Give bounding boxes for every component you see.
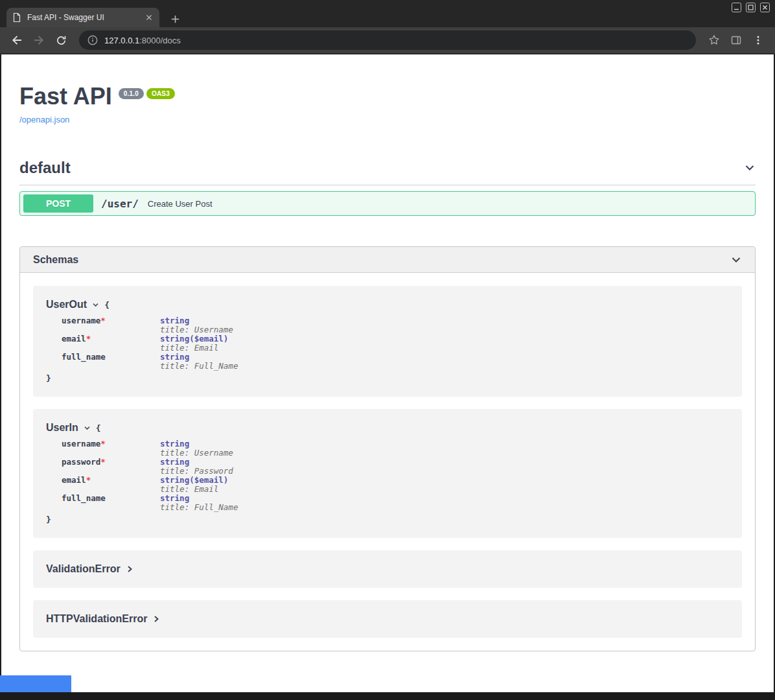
- open-brace: {: [104, 300, 110, 310]
- property-title: title: Full_Name: [160, 362, 238, 371]
- api-info-block: Fast API0.1.0OAS3 /openapi.json: [19, 83, 756, 125]
- chevron-right-icon: [152, 615, 160, 623]
- schemas-section: Schemas UserOut {: [19, 246, 756, 651]
- page-title: Fast API0.1.0OAS3: [19, 83, 756, 110]
- model-toggle-httpvalidationerror[interactable]: HTTPValidationError: [46, 612, 729, 626]
- open-brace: {: [96, 423, 101, 433]
- schema-property: full_name string title: Full_Name: [62, 352, 729, 370]
- status-bubble: [0, 675, 71, 692]
- chevron-down-icon: [84, 425, 91, 432]
- property-name: username*: [62, 316, 160, 334]
- property-type: string: [160, 457, 189, 467]
- schemas-header[interactable]: Schemas: [20, 247, 755, 273]
- reload-icon[interactable]: [52, 31, 70, 49]
- menu-dots-icon[interactable]: [749, 31, 767, 49]
- maximize-button[interactable]: [746, 3, 756, 12]
- tag-section-default[interactable]: default: [19, 159, 756, 185]
- model-toggle-userout[interactable]: UserOut {: [46, 298, 729, 312]
- required-star: *: [86, 334, 91, 344]
- chevron-down-icon: [730, 254, 742, 266]
- address-bar[interactable]: 127.0.0.1:8000/docs: [79, 30, 696, 50]
- endpoint-summary: Create User Post: [148, 199, 213, 209]
- window-controls: [732, 3, 770, 12]
- close-tab-icon[interactable]: [144, 12, 154, 23]
- endpoint-path: /user/: [101, 198, 139, 210]
- tab-strip: Fast API - Swagger UI: [0, 0, 775, 27]
- required-star: *: [100, 439, 106, 449]
- property-type: string: [160, 475, 189, 485]
- property-title: title: Email: [160, 485, 228, 494]
- model-name: HTTPValidationError: [46, 613, 147, 625]
- model-toggle-validationerror[interactable]: ValidationError: [46, 562, 729, 576]
- document-icon: [12, 12, 22, 23]
- tab-title: Fast API - Swagger UI: [27, 13, 139, 22]
- property-title: title: Full_Name: [160, 503, 238, 512]
- property-name: password*: [62, 457, 160, 475]
- browser-tab[interactable]: Fast API - Swagger UI: [6, 8, 159, 27]
- model-name: UserOut: [46, 299, 87, 310]
- openapi-spec-link[interactable]: /openapi.json: [19, 115, 69, 124]
- schema-property: password* string title: Password: [62, 457, 729, 475]
- site-info-icon[interactable]: [87, 34, 98, 46]
- opblock-post-user[interactable]: POST /user/ Create User Post: [19, 191, 756, 216]
- browser-toolbar: 127.0.0.1:8000/docs: [0, 27, 775, 54]
- schema-property: email* string($email) title: Email: [62, 475, 729, 493]
- property-name: email*: [62, 334, 160, 352]
- schema-property: full_name string title: Full_Name: [62, 493, 729, 511]
- property-type: string: [160, 439, 189, 449]
- property-format: ($email): [189, 475, 228, 485]
- required-star: *: [100, 457, 106, 467]
- property-title: title: Username: [160, 449, 233, 458]
- property-title: title: Email: [160, 344, 228, 353]
- model-name: UserIn: [46, 422, 78, 434]
- model-httpvalidationerror: HTTPValidationError: [33, 600, 742, 638]
- model-validationerror: ValidationError: [33, 550, 742, 588]
- property-type: string: [160, 493, 189, 503]
- browser-chrome: Fast API - Swagger UI: [0, 0, 775, 54]
- chevron-right-icon: [126, 565, 133, 573]
- required-star: *: [100, 316, 106, 325]
- property-format: ($email): [189, 334, 228, 344]
- tag-name: default: [19, 159, 71, 177]
- version-badge: 0.1.0: [119, 88, 144, 99]
- close-window-button[interactable]: [760, 3, 770, 12]
- back-icon[interactable]: [8, 31, 26, 49]
- url-path: :8000/docs: [139, 36, 181, 45]
- taskbar-edge: [0, 692, 775, 700]
- minimize-button[interactable]: [732, 3, 741, 12]
- property-name: full_name: [62, 493, 160, 511]
- models-list: UserOut { username* string title: Userna…: [20, 273, 755, 651]
- property-name: email*: [62, 475, 160, 493]
- property-type: string: [160, 352, 189, 362]
- schema-property: username* string title: Username: [62, 316, 729, 334]
- url-host: 127.0.0.1: [104, 36, 139, 45]
- http-method-badge: POST: [23, 194, 93, 213]
- chevron-down-icon: [92, 301, 99, 309]
- chevron-down-icon: [744, 162, 756, 174]
- side-panel-icon[interactable]: [727, 31, 745, 49]
- model-toggle-userin[interactable]: UserIn {: [46, 421, 729, 435]
- schema-property: username* string title: Username: [62, 439, 729, 457]
- bookmark-star-icon[interactable]: [705, 31, 723, 49]
- model-userout: UserOut { username* string title: Userna…: [33, 286, 742, 397]
- property-type: string: [160, 334, 189, 344]
- forward-icon[interactable]: [30, 31, 48, 49]
- schemas-title: Schemas: [33, 254, 78, 266]
- property-title: title: Username: [160, 325, 233, 334]
- property-name: full_name: [62, 352, 160, 370]
- property-title: title: Password: [160, 467, 233, 476]
- url-text: 127.0.0.1:8000/docs: [104, 36, 181, 45]
- close-brace: }: [46, 515, 729, 526]
- property-name: username*: [62, 439, 160, 457]
- close-brace: }: [46, 373, 729, 385]
- swagger-page: Fast API0.1.0OAS3 /openapi.json default …: [0, 54, 775, 692]
- new-tab-button[interactable]: [168, 12, 181, 25]
- model-userin: UserIn { username* string title: Usernam…: [33, 409, 742, 538]
- property-type: string: [160, 316, 189, 325]
- oas3-badge: OAS3: [146, 88, 175, 99]
- schema-property: email* string($email) title: Email: [62, 334, 729, 352]
- required-star: *: [86, 475, 91, 485]
- model-name: ValidationError: [46, 563, 121, 575]
